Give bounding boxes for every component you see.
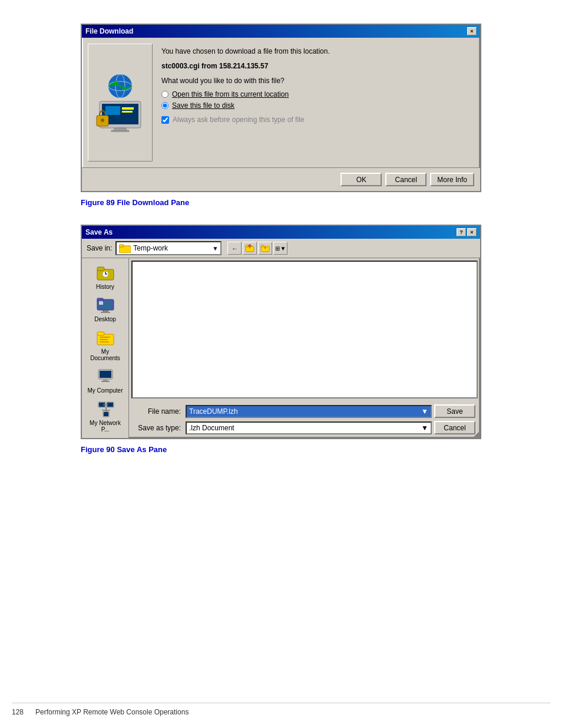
always-ask-checkbox[interactable] [161, 116, 169, 124]
my-network-svg [96, 400, 115, 419]
folder-icon [119, 243, 131, 253]
file-download-titlebar: File Download × [82, 25, 480, 38]
dialog-content: You have chosen to download a file from … [158, 44, 474, 162]
help-btn[interactable]: ? [457, 228, 466, 236]
saveas-bottom: File name: TraceDUMP.lzh ▼ Save Save as … [129, 401, 480, 438]
svg-line-50 [479, 437, 480, 438]
svg-rect-47 [102, 410, 110, 411]
file-name-value: TraceDUMP.lzh [189, 407, 238, 416]
dropdown-arrow-type: ▼ [421, 424, 428, 432]
figure89-caption: Figure 89 File Download Pane [81, 198, 481, 207]
my-computer-svg [96, 367, 115, 386]
saveas-file-section: File name: TraceDUMP.lzh ▼ Save Save as … [129, 258, 480, 438]
page-footer: 128 Performing XP Remote Web Console Ope… [12, 703, 550, 716]
svg-rect-33 [100, 339, 108, 340]
new-folder-button[interactable]: * [258, 242, 272, 255]
save-type-dropdown[interactable]: .lzh Document ▼ [186, 421, 432, 434]
svg-rect-9 [122, 111, 133, 113]
save-in-label: Save in: [87, 244, 112, 252]
radio-save-option[interactable]: Save this file to disk [161, 101, 471, 110]
cancel-button[interactable]: Cancel [385, 173, 427, 186]
my-network-icon [96, 400, 115, 419]
sidebar-desktop[interactable]: Desktop [85, 294, 126, 324]
svg-rect-37 [103, 379, 108, 381]
view-button[interactable]: ⊞▼ [273, 242, 287, 255]
file-name-row: File name: TraceDUMP.lzh ▼ Save [134, 404, 475, 418]
svg-rect-31 [97, 332, 104, 335]
dropdown-arrow-icon: ▼ [212, 245, 218, 252]
file-download-dialog: File Download × [81, 24, 481, 192]
save-in-dropdown[interactable]: Temp-work ▼ [115, 241, 222, 255]
cancel-save-button[interactable]: Cancel [434, 421, 475, 434]
question-text: What would you like to do with this file… [161, 76, 471, 86]
svg-text:*: * [265, 246, 266, 251]
sidebar-history[interactable]: History [85, 262, 126, 292]
my-documents-label: My Documents [87, 348, 124, 361]
sidebar-my-network[interactable]: My Network P... [85, 398, 126, 434]
dialog-body: You have chosen to download a file from … [82, 38, 480, 167]
svg-rect-19 [261, 245, 264, 247]
file-info: stc0003.cgi from 158.214.135.57 [161, 61, 471, 71]
radio-open[interactable] [161, 91, 168, 98]
file-name-field-row: File name: TraceDUMP.lzh ▼ [134, 405, 432, 418]
save-button[interactable]: Save [434, 404, 475, 418]
my-documents-icon [96, 328, 115, 347]
close-btn[interactable]: × [467, 27, 477, 35]
history-label: History [96, 284, 114, 290]
saveas-controls: ? × [457, 228, 477, 236]
file-name-input[interactable]: TraceDUMP.lzh ▼ [186, 405, 432, 418]
radio-save-label: Save this file to disk [172, 101, 234, 110]
svg-rect-7 [105, 106, 120, 115]
radio-open-option[interactable]: Open this file from its current location [161, 90, 471, 98]
checkbox-section[interactable]: Always ask before opening this type of f… [161, 116, 471, 124]
file-list-area[interactable] [131, 261, 478, 398]
dropdown-arrow-file: ▼ [421, 407, 428, 416]
svg-rect-32 [100, 337, 110, 338]
up-button[interactable] [243, 242, 257, 255]
more-info-button[interactable]: More Info [430, 173, 474, 186]
figure90-caption: Figure 90 Save As Pane [81, 445, 481, 454]
my-docs-folder-icon [96, 328, 115, 347]
svg-rect-38 [101, 381, 110, 382]
dialog-icon-area [88, 44, 153, 162]
desktop-label: Desktop [94, 316, 116, 322]
download-message: You have chosen to download a file from … [161, 47, 471, 57]
svg-point-3 [114, 81, 118, 86]
footer-text: Performing XP Remote Web Console Operati… [35, 708, 189, 716]
ok-button[interactable]: OK [340, 173, 382, 186]
saveas-title-area: Save As [85, 228, 113, 236]
svg-rect-28 [101, 312, 110, 313]
sidebar-my-computer[interactable]: My Computer [85, 365, 126, 396]
dialog-title: File Download [85, 27, 133, 35]
save-as-dialog: Save As ? × Save in: Temp-work ▼ ← [81, 225, 481, 439]
radio-open-label: Open this file from its current location [172, 90, 289, 98]
save-in-value: Temp-work [133, 244, 168, 252]
sidebar-my-documents[interactable]: My Documents [85, 327, 126, 363]
toolbar-buttons: ← * ⊞▼ [227, 242, 287, 255]
history-icon [96, 263, 115, 282]
desktop-icon [96, 296, 115, 315]
back-button[interactable]: ← [227, 242, 242, 255]
titlebar-title-area: File Download [85, 27, 133, 35]
radio-save[interactable] [161, 102, 168, 109]
saveas-toolbar: Save in: Temp-work ▼ ← [82, 239, 480, 258]
resize-icon [473, 431, 480, 438]
page-number: 128 [12, 708, 24, 716]
saveas-title: Save As [85, 228, 113, 236]
titlebar-controls: × [467, 27, 477, 35]
saveas-close-btn[interactable]: × [467, 228, 477, 236]
svg-rect-22 [97, 267, 104, 271]
svg-rect-45 [104, 412, 108, 416]
svg-rect-29 [99, 301, 103, 305]
svg-rect-11 [111, 130, 129, 132]
save-type-value: .lzh Document [189, 424, 234, 432]
svg-rect-36 [100, 371, 111, 378]
up-folder-icon [245, 244, 254, 252]
svg-rect-34 [100, 341, 109, 342]
resize-handle[interactable] [473, 431, 480, 438]
save-type-row: Save as type: .lzh Document ▼ Cancel [134, 421, 475, 434]
new-folder-icon: * [260, 244, 270, 252]
svg-point-13 [101, 118, 104, 122]
save-type-field-row: Save as type: .lzh Document ▼ [134, 421, 432, 434]
checkbox-label: Always ask before opening this type of f… [173, 116, 304, 124]
